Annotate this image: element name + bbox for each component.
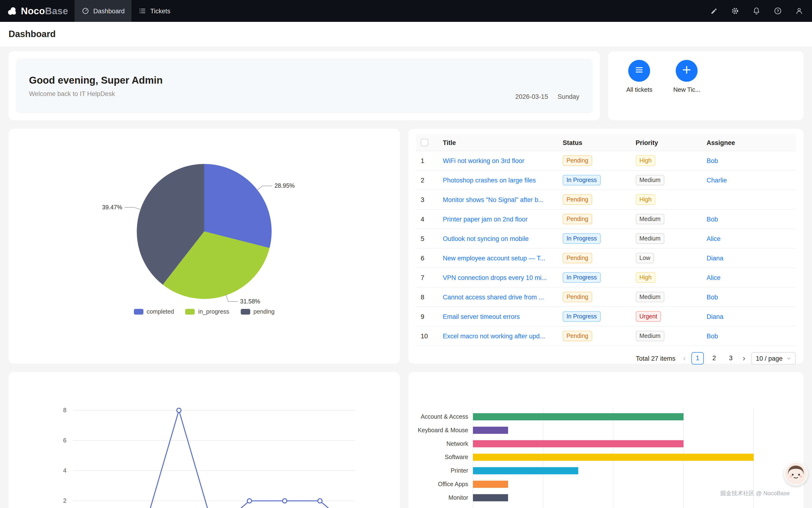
status-badge: Pending [563, 214, 592, 224]
help-icon[interactable]: ? [773, 7, 782, 15]
legend-item-pending[interactable]: pending [241, 308, 275, 315]
legend-swatch [241, 309, 250, 314]
welcome-card: Good evening, Super Admin Welcome back t… [8, 51, 600, 120]
nav-item-dashboard[interactable]: Dashboard [75, 0, 132, 22]
ticket-row: 3Monitor shows "No Signal" after b...Pen… [416, 190, 796, 210]
line-chart: 8642 [8, 372, 400, 508]
plus-icon [681, 64, 692, 78]
svg-text:31.58%: 31.58% [240, 298, 260, 304]
column-header-assignee: Assignee [702, 134, 796, 151]
svg-text:?: ? [777, 9, 779, 13]
tickets-table-card: Title Status Priority Assignee 1WiFi not… [409, 129, 804, 364]
nav-item-tickets[interactable]: Tickets [132, 0, 178, 22]
svg-text:Office Apps: Office Apps [438, 481, 468, 487]
page-button-2[interactable]: 2 [708, 352, 720, 365]
chevron-down-icon [786, 356, 791, 361]
row-index: 2 [416, 171, 438, 190]
highlighter-icon[interactable] [710, 7, 718, 15]
row-index: 4 [416, 210, 438, 229]
nav-item-label: Tickets [150, 7, 171, 14]
page-button-1[interactable]: 1 [691, 352, 704, 365]
priority-badge: Medium [635, 234, 664, 244]
prev-page-button[interactable]: ‹ [682, 353, 687, 364]
ticket-title-link[interactable]: Photoshop crashes on large files [443, 177, 536, 184]
app-root: NocoBase Dashboard Tickets [0, 0, 812, 508]
nav-item-label: Dashboard [93, 7, 125, 14]
list-icon [634, 65, 644, 77]
page-button-3[interactable]: 3 [725, 352, 737, 365]
row-index: 9 [416, 307, 438, 327]
ticket-title-link[interactable]: New employee account setup — T... [443, 255, 545, 262]
row-index: 7 [416, 268, 438, 288]
row-index: 10 [416, 327, 438, 346]
ticket-row: 5Outlook not syncing on mobileIn Progres… [416, 229, 796, 249]
legend-item-in-progress[interactable]: in_progress [185, 308, 229, 315]
status-badge: Pending [563, 292, 592, 302]
svg-text:Network: Network [446, 440, 468, 447]
weekday-value: Sunday [558, 93, 579, 100]
assignee-link[interactable]: Alice [707, 235, 721, 242]
ticket-title-link[interactable]: VPN connection drops every 10 mi... [443, 274, 547, 281]
mascot-sticker [784, 462, 808, 486]
priority-badge: High [635, 272, 655, 283]
ticket-title-link[interactable]: Monitor shows "No Signal" after b... [443, 196, 543, 203]
ticket-title-link[interactable]: Printer paper jam on 2nd floor [443, 216, 528, 223]
priority-badge: Medium [635, 331, 664, 341]
legend-swatch [134, 309, 143, 314]
ticket-title-link[interactable]: Email server timeout errors [443, 313, 520, 320]
navbar-actions: ? [710, 7, 804, 15]
nocobase-logo[interactable]: NocoBase [7, 5, 68, 16]
all-tickets-action: All tickets [626, 60, 653, 120]
assignee-link[interactable]: Diana [707, 313, 723, 320]
total-count: Total 27 items [636, 355, 675, 362]
pie-legend: completed in_progress pending [8, 308, 400, 315]
assignee-link[interactable]: Bob [707, 333, 718, 340]
status-badge: In Progress [563, 311, 601, 322]
status-badge: In Progress [563, 175, 601, 185]
assignee-link[interactable]: Bob [707, 216, 718, 223]
legend-item-completed[interactable]: completed [134, 308, 174, 315]
user-icon[interactable] [795, 7, 804, 15]
ticket-row: 6New employee account setup — T...Pendin… [416, 249, 796, 268]
status-pie-card: 28.95%31.58%39.47% completed in_progress… [8, 129, 400, 364]
ticket-title-link[interactable]: WiFi not working on 3rd floor [443, 157, 524, 164]
gear-icon[interactable] [731, 7, 739, 15]
new-ticket-label: New Tic... [673, 86, 701, 93]
svg-text:39.47%: 39.47% [102, 204, 122, 211]
legend-swatch [185, 309, 195, 314]
ticket-title-link[interactable]: Excel macro not working after upd... [443, 333, 545, 340]
new-ticket-action: New Tic... [673, 60, 701, 120]
gauge-icon [82, 7, 90, 15]
assignee-link[interactable]: Charlie [707, 177, 727, 184]
assignee-link[interactable]: Bob [707, 294, 718, 301]
assignee-link[interactable]: Alice [707, 274, 721, 281]
priority-badge: Medium [635, 214, 664, 224]
new-ticket-button[interactable] [676, 60, 698, 82]
brand-name: NocoBase [21, 5, 68, 16]
select-all-checkbox[interactable] [421, 139, 428, 146]
nocobase-logo-icon [7, 6, 17, 16]
svg-text:Account & Access: Account & Access [421, 413, 468, 420]
bell-icon[interactable] [752, 7, 761, 15]
ticket-title-link[interactable]: Cannot access shared drive from ... [443, 294, 544, 301]
priority-badge: High [635, 156, 655, 166]
welcome-panel: Good evening, Super Admin Welcome back t… [16, 58, 592, 113]
priority-badge: Urgent [635, 311, 661, 322]
all-tickets-button[interactable] [628, 60, 650, 82]
status-badge: Pending [563, 253, 592, 263]
assignee-link[interactable]: Diana [707, 255, 723, 262]
ticket-title-link[interactable]: Outlook not syncing on mobile [443, 235, 529, 242]
svg-text:8: 8 [63, 407, 66, 414]
next-page-button[interactable]: › [741, 353, 747, 364]
bar-chart-card: Account & AccessKeyboard & MouseNetworkS… [409, 372, 804, 508]
tickets-table: Title Status Priority Assignee 1WiFi not… [416, 134, 796, 346]
page-size-select[interactable]: 10 / page [751, 352, 796, 365]
greeting-text: Good evening, Super Admin [29, 74, 163, 86]
priority-badge: Medium [635, 175, 664, 185]
quick-actions-card: All tickets New Tic... [608, 51, 804, 120]
ticket-row: 8Cannot access shared drive from ...Pend… [416, 288, 796, 307]
date-value: 2026-03-15 [515, 93, 548, 100]
priority-badge: Low [635, 253, 654, 263]
column-header-status: Status [558, 134, 631, 151]
assignee-link[interactable]: Bob [707, 157, 718, 164]
